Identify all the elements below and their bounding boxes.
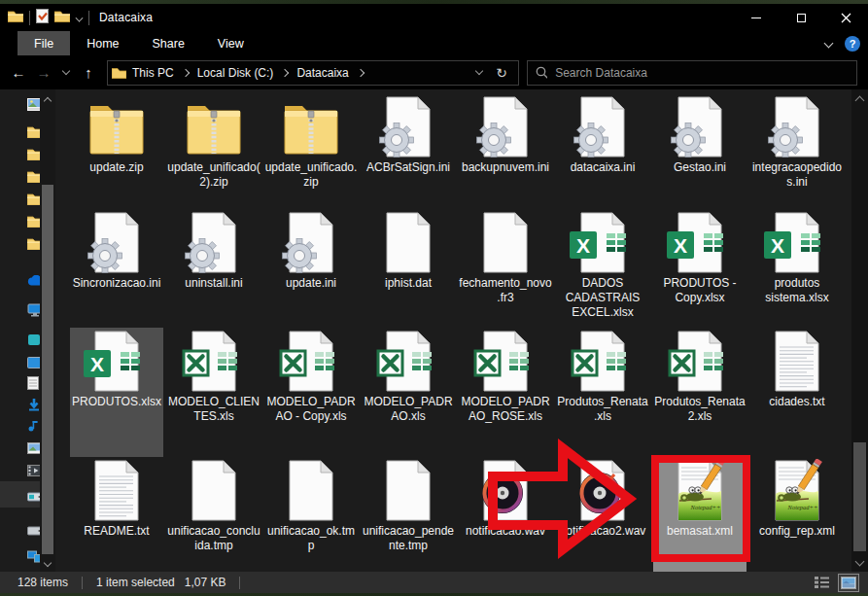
file-item[interactable]: MODELO_PADRAO_ROSE.xls — [459, 328, 552, 457]
sidebar-scroll-up-icon[interactable] — [44, 95, 52, 103]
toolbar-separator — [88, 11, 89, 25]
audio-disc-icon — [470, 459, 540, 523]
back-arrow-icon[interactable]: ← — [6, 64, 31, 81]
file-item[interactable]: iphist.dat — [362, 209, 455, 328]
text-file-icon — [762, 330, 832, 394]
svg-text:X: X — [90, 353, 104, 375]
file-name-label: update_unificado.zip — [264, 160, 358, 190]
gear-file-icon — [470, 95, 540, 159]
file-item[interactable]: cidades.txt — [750, 328, 844, 457]
content-area: update.zipupdate_unificado(2).zipupdate_… — [0, 89, 868, 572]
forward-arrow-icon[interactable]: → — [31, 64, 56, 81]
breadcrumb-chevron-icon[interactable] — [357, 69, 365, 77]
sidebar-item-documents-icon[interactable] — [27, 376, 39, 394]
address-dropdown-chevron-icon[interactable] — [469, 71, 489, 74]
breadcrumb-chevron-icon[interactable] — [182, 69, 190, 77]
file-item[interactable]: notificacao2.wav — [556, 457, 649, 572]
file-name-label: produtos sistema.xlsx — [750, 276, 844, 305]
scrollbar-thumb[interactable] — [853, 442, 866, 551]
close-button[interactable] — [823, 4, 868, 31]
file-item[interactable]: ACBrSatSign.ini — [362, 93, 455, 209]
refresh-icon[interactable]: ↻ — [489, 65, 514, 81]
file-name-label: DADOS CADASTRAIS EXCEL.xlsx — [556, 276, 649, 320]
file-item[interactable]: update_unificado(2).zip — [167, 93, 260, 209]
file-item[interactable]: integracaopedidos.ini — [750, 93, 844, 209]
file-item[interactable]: backupnuvem.ini — [459, 93, 552, 209]
breadcrumb-chevron-icon[interactable] — [281, 69, 289, 77]
scroll-up-icon[interactable] — [855, 94, 864, 103]
large-thumbnails-view-icon[interactable] — [839, 575, 858, 591]
window-title: Datacaixa — [99, 11, 153, 24]
up-arrow-icon[interactable]: ↑ — [76, 64, 101, 81]
gear-file-icon — [762, 95, 832, 159]
file-item[interactable]: Notepad++bemasat.xml — [653, 457, 746, 572]
minimize-button[interactable] — [734, 4, 779, 31]
file-item[interactable]: Produtos_Renata.xls — [556, 328, 649, 457]
address-bar[interactable]: This PCLocal Disk (C:)Datacaixa ↻ — [107, 60, 519, 86]
notepadpp-icon: Notepad++ — [665, 459, 735, 523]
ribbon-tab-bar: FileHomeShareView ? — [0, 31, 868, 55]
help-icon[interactable]: ? — [845, 36, 860, 52]
vertical-scrollbar[interactable] — [851, 89, 868, 572]
tab-view[interactable]: View — [201, 31, 260, 55]
file-name-label: datacaixa.ini — [556, 160, 649, 175]
file-item[interactable]: XPRODUTOS.xlsx — [70, 328, 163, 457]
sidebar-scroll-down-icon[interactable] — [44, 560, 52, 568]
sidebar-item-downloads-icon[interactable] — [27, 398, 41, 415]
file-name-label: unificacao_pendente.tmp — [362, 524, 455, 553]
file-name-label: Produtos_Renata.xls — [556, 395, 649, 424]
file-name-label: Sincronizacao.ini — [70, 276, 163, 291]
recent-locations-chevron-icon[interactable] — [56, 71, 76, 74]
file-item[interactable]: MODELO_CLIENTES.xls — [167, 328, 260, 457]
breadcrumb-segment[interactable]: Datacaixa — [291, 66, 354, 80]
file-item[interactable]: notificacao.wav — [459, 457, 552, 572]
file-name-label: uninstall.ini — [167, 276, 260, 291]
file-item[interactable]: unificacao_ok.tmp — [264, 457, 358, 572]
file-item[interactable]: Notepad++config_rep.xml — [750, 457, 844, 572]
app-folder-icon — [8, 9, 23, 26]
excel-xls-icon — [373, 330, 443, 394]
details-view-icon[interactable] — [812, 575, 831, 591]
breadcrumb-segment[interactable]: Local Disk (C:) — [191, 66, 280, 80]
file-name-label: PRODUTOS.xlsx — [70, 395, 163, 409]
maximize-button[interactable] — [779, 4, 823, 31]
file-item[interactable]: unificacao_pendente.tmp — [362, 457, 455, 572]
file-item[interactable]: uninstall.ini — [167, 209, 260, 328]
file-item[interactable]: Produtos_Renata2.xls — [653, 328, 746, 457]
file-item[interactable]: Gestao.ini — [653, 93, 746, 209]
file-item[interactable]: XDADOS CADASTRAIS EXCEL.xlsx — [556, 209, 649, 328]
file-item[interactable]: unificacao_concluida.tmp — [167, 457, 260, 572]
breadcrumb-folder-icon — [112, 67, 126, 79]
file-item[interactable]: README.txt — [70, 457, 163, 572]
file-item[interactable]: datacaixa.ini — [556, 93, 649, 209]
file-item[interactable]: update.ini — [264, 209, 358, 328]
sidebar-item-music-icon[interactable] — [27, 418, 39, 436]
minimize-ribbon-chevron-icon[interactable] — [825, 40, 833, 48]
search-box[interactable] — [527, 60, 857, 86]
excel-xls-icon — [179, 330, 249, 394]
file-item[interactable]: update.zip — [70, 93, 163, 209]
tab-share[interactable]: Share — [136, 31, 201, 55]
file-item[interactable]: Sincronizacao.ini — [70, 209, 163, 328]
sidebar-item-3d-objects-icon[interactable] — [27, 333, 41, 350]
minimize-icon — [751, 18, 761, 18]
file-item[interactable]: XPRODUTOS - Copy.xlsx — [653, 209, 746, 328]
search-input[interactable] — [555, 66, 849, 80]
new-folder-icon[interactable] — [54, 9, 70, 26]
file-item[interactable]: update_unificado.zip — [264, 93, 358, 209]
properties-check-icon[interactable] — [36, 9, 49, 27]
tab-file[interactable]: File — [17, 31, 70, 55]
file-item[interactable]: MODELO_PADRAO.xls — [362, 328, 455, 457]
breadcrumb-segment[interactable]: This PC — [126, 66, 180, 80]
navigation-pane[interactable] — [0, 89, 55, 572]
scroll-down-icon[interactable] — [855, 558, 864, 567]
file-item[interactable]: Xprodutos sistema.xlsx — [750, 209, 844, 328]
file-item[interactable]: MODELO_PADRAO - Copy.xls — [264, 328, 358, 457]
file-name-label: backupnuvem.ini — [459, 160, 552, 175]
file-item[interactable]: fechamento_novo.fr3 — [459, 209, 552, 328]
tab-home[interactable]: Home — [70, 31, 135, 55]
sidebar-scrollbar-thumb[interactable] — [42, 185, 53, 554]
qat-dropdown-chevron-icon[interactable] — [76, 13, 83, 19]
status-divider — [82, 577, 83, 589]
sidebar-scrollbar[interactable] — [40, 89, 55, 572]
